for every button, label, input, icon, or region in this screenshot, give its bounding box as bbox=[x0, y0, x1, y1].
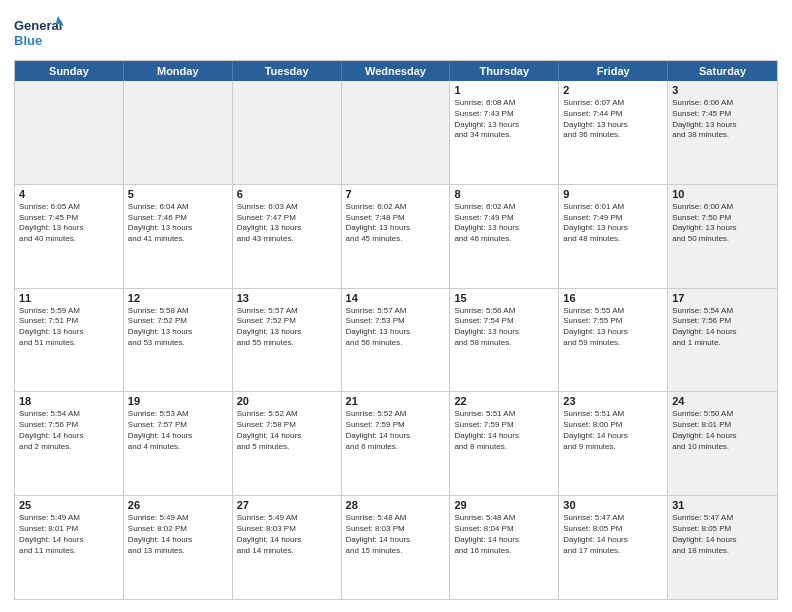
day-info: Sunrise: 5:55 AM Sunset: 7:55 PM Dayligh… bbox=[563, 306, 663, 349]
day-info: Sunrise: 6:03 AM Sunset: 7:47 PM Dayligh… bbox=[237, 202, 337, 245]
day-number: 9 bbox=[563, 188, 663, 200]
day-number: 25 bbox=[19, 499, 119, 511]
calendar-day-23: 23Sunrise: 5:51 AM Sunset: 8:00 PM Dayli… bbox=[559, 392, 668, 495]
calendar-day-26: 26Sunrise: 5:49 AM Sunset: 8:02 PM Dayli… bbox=[124, 496, 233, 599]
day-number: 11 bbox=[19, 292, 119, 304]
day-info: Sunrise: 6:08 AM Sunset: 7:43 PM Dayligh… bbox=[454, 98, 554, 141]
calendar-week-2: 4Sunrise: 6:05 AM Sunset: 7:45 PM Daylig… bbox=[15, 185, 777, 289]
day-number: 18 bbox=[19, 395, 119, 407]
header-day-friday: Friday bbox=[559, 61, 668, 81]
day-number: 30 bbox=[563, 499, 663, 511]
day-number: 3 bbox=[672, 84, 773, 96]
calendar-day-19: 19Sunrise: 5:53 AM Sunset: 7:57 PM Dayli… bbox=[124, 392, 233, 495]
calendar-day-6: 6Sunrise: 6:03 AM Sunset: 7:47 PM Daylig… bbox=[233, 185, 342, 288]
day-number: 27 bbox=[237, 499, 337, 511]
day-info: Sunrise: 6:02 AM Sunset: 7:49 PM Dayligh… bbox=[454, 202, 554, 245]
day-info: Sunrise: 5:54 AM Sunset: 7:56 PM Dayligh… bbox=[672, 306, 773, 349]
day-info: Sunrise: 6:04 AM Sunset: 7:46 PM Dayligh… bbox=[128, 202, 228, 245]
calendar-empty-cell bbox=[233, 81, 342, 184]
header-day-saturday: Saturday bbox=[668, 61, 777, 81]
day-number: 24 bbox=[672, 395, 773, 407]
day-number: 23 bbox=[563, 395, 663, 407]
day-number: 26 bbox=[128, 499, 228, 511]
day-info: Sunrise: 5:49 AM Sunset: 8:02 PM Dayligh… bbox=[128, 513, 228, 556]
day-info: Sunrise: 5:54 AM Sunset: 7:56 PM Dayligh… bbox=[19, 409, 119, 452]
svg-text:General: General bbox=[14, 18, 62, 33]
day-number: 28 bbox=[346, 499, 446, 511]
calendar-day-8: 8Sunrise: 6:02 AM Sunset: 7:49 PM Daylig… bbox=[450, 185, 559, 288]
calendar-day-13: 13Sunrise: 5:57 AM Sunset: 7:52 PM Dayli… bbox=[233, 289, 342, 392]
day-info: Sunrise: 5:51 AM Sunset: 8:00 PM Dayligh… bbox=[563, 409, 663, 452]
day-number: 15 bbox=[454, 292, 554, 304]
calendar-day-18: 18Sunrise: 5:54 AM Sunset: 7:56 PM Dayli… bbox=[15, 392, 124, 495]
calendar-day-3: 3Sunrise: 6:06 AM Sunset: 7:45 PM Daylig… bbox=[668, 81, 777, 184]
calendar-day-12: 12Sunrise: 5:58 AM Sunset: 7:52 PM Dayli… bbox=[124, 289, 233, 392]
day-number: 20 bbox=[237, 395, 337, 407]
day-number: 8 bbox=[454, 188, 554, 200]
calendar-day-5: 5Sunrise: 6:04 AM Sunset: 7:46 PM Daylig… bbox=[124, 185, 233, 288]
day-info: Sunrise: 6:05 AM Sunset: 7:45 PM Dayligh… bbox=[19, 202, 119, 245]
calendar-day-15: 15Sunrise: 5:56 AM Sunset: 7:54 PM Dayli… bbox=[450, 289, 559, 392]
day-info: Sunrise: 5:57 AM Sunset: 7:53 PM Dayligh… bbox=[346, 306, 446, 349]
calendar: SundayMondayTuesdayWednesdayThursdayFrid… bbox=[14, 60, 778, 600]
calendar-day-14: 14Sunrise: 5:57 AM Sunset: 7:53 PM Dayli… bbox=[342, 289, 451, 392]
calendar-day-10: 10Sunrise: 6:00 AM Sunset: 7:50 PM Dayli… bbox=[668, 185, 777, 288]
calendar-day-16: 16Sunrise: 5:55 AM Sunset: 7:55 PM Dayli… bbox=[559, 289, 668, 392]
day-info: Sunrise: 5:52 AM Sunset: 7:58 PM Dayligh… bbox=[237, 409, 337, 452]
day-number: 1 bbox=[454, 84, 554, 96]
svg-text:Blue: Blue bbox=[14, 33, 42, 48]
calendar-day-1: 1Sunrise: 6:08 AM Sunset: 7:43 PM Daylig… bbox=[450, 81, 559, 184]
day-number: 31 bbox=[672, 499, 773, 511]
day-info: Sunrise: 5:49 AM Sunset: 8:01 PM Dayligh… bbox=[19, 513, 119, 556]
calendar-day-21: 21Sunrise: 5:52 AM Sunset: 7:59 PM Dayli… bbox=[342, 392, 451, 495]
day-number: 14 bbox=[346, 292, 446, 304]
day-info: Sunrise: 5:56 AM Sunset: 7:54 PM Dayligh… bbox=[454, 306, 554, 349]
calendar-day-27: 27Sunrise: 5:49 AM Sunset: 8:03 PM Dayli… bbox=[233, 496, 342, 599]
calendar-day-25: 25Sunrise: 5:49 AM Sunset: 8:01 PM Dayli… bbox=[15, 496, 124, 599]
day-info: Sunrise: 5:59 AM Sunset: 7:51 PM Dayligh… bbox=[19, 306, 119, 349]
day-info: Sunrise: 6:01 AM Sunset: 7:49 PM Dayligh… bbox=[563, 202, 663, 245]
header-day-wednesday: Wednesday bbox=[342, 61, 451, 81]
calendar-day-11: 11Sunrise: 5:59 AM Sunset: 7:51 PM Dayli… bbox=[15, 289, 124, 392]
calendar-week-3: 11Sunrise: 5:59 AM Sunset: 7:51 PM Dayli… bbox=[15, 289, 777, 393]
day-info: Sunrise: 5:48 AM Sunset: 8:04 PM Dayligh… bbox=[454, 513, 554, 556]
day-info: Sunrise: 6:02 AM Sunset: 7:48 PM Dayligh… bbox=[346, 202, 446, 245]
day-info: Sunrise: 5:48 AM Sunset: 8:03 PM Dayligh… bbox=[346, 513, 446, 556]
calendar-week-5: 25Sunrise: 5:49 AM Sunset: 8:01 PM Dayli… bbox=[15, 496, 777, 599]
day-info: Sunrise: 6:06 AM Sunset: 7:45 PM Dayligh… bbox=[672, 98, 773, 141]
calendar-day-29: 29Sunrise: 5:48 AM Sunset: 8:04 PM Dayli… bbox=[450, 496, 559, 599]
day-number: 10 bbox=[672, 188, 773, 200]
calendar-day-31: 31Sunrise: 5:47 AM Sunset: 8:05 PM Dayli… bbox=[668, 496, 777, 599]
header-day-thursday: Thursday bbox=[450, 61, 559, 81]
calendar-day-28: 28Sunrise: 5:48 AM Sunset: 8:03 PM Dayli… bbox=[342, 496, 451, 599]
day-number: 17 bbox=[672, 292, 773, 304]
day-info: Sunrise: 6:00 AM Sunset: 7:50 PM Dayligh… bbox=[672, 202, 773, 245]
day-info: Sunrise: 5:58 AM Sunset: 7:52 PM Dayligh… bbox=[128, 306, 228, 349]
day-number: 13 bbox=[237, 292, 337, 304]
calendar-empty-cell bbox=[342, 81, 451, 184]
day-number: 4 bbox=[19, 188, 119, 200]
calendar-day-4: 4Sunrise: 6:05 AM Sunset: 7:45 PM Daylig… bbox=[15, 185, 124, 288]
day-info: Sunrise: 5:49 AM Sunset: 8:03 PM Dayligh… bbox=[237, 513, 337, 556]
day-number: 5 bbox=[128, 188, 228, 200]
calendar-day-7: 7Sunrise: 6:02 AM Sunset: 7:48 PM Daylig… bbox=[342, 185, 451, 288]
calendar-week-1: 1Sunrise: 6:08 AM Sunset: 7:43 PM Daylig… bbox=[15, 81, 777, 185]
calendar-header: SundayMondayTuesdayWednesdayThursdayFrid… bbox=[15, 61, 777, 81]
day-info: Sunrise: 5:57 AM Sunset: 7:52 PM Dayligh… bbox=[237, 306, 337, 349]
day-info: Sunrise: 5:51 AM Sunset: 7:59 PM Dayligh… bbox=[454, 409, 554, 452]
day-info: Sunrise: 6:07 AM Sunset: 7:44 PM Dayligh… bbox=[563, 98, 663, 141]
calendar-week-4: 18Sunrise: 5:54 AM Sunset: 7:56 PM Dayli… bbox=[15, 392, 777, 496]
day-number: 7 bbox=[346, 188, 446, 200]
page: General Blue SundayMondayTuesdayWednesda… bbox=[0, 0, 792, 612]
logo: General Blue bbox=[14, 12, 64, 52]
day-number: 19 bbox=[128, 395, 228, 407]
header-day-tuesday: Tuesday bbox=[233, 61, 342, 81]
day-number: 22 bbox=[454, 395, 554, 407]
calendar-day-30: 30Sunrise: 5:47 AM Sunset: 8:05 PM Dayli… bbox=[559, 496, 668, 599]
day-number: 29 bbox=[454, 499, 554, 511]
day-info: Sunrise: 5:52 AM Sunset: 7:59 PM Dayligh… bbox=[346, 409, 446, 452]
header: General Blue bbox=[14, 12, 778, 52]
header-day-monday: Monday bbox=[124, 61, 233, 81]
header-day-sunday: Sunday bbox=[15, 61, 124, 81]
day-info: Sunrise: 5:47 AM Sunset: 8:05 PM Dayligh… bbox=[563, 513, 663, 556]
